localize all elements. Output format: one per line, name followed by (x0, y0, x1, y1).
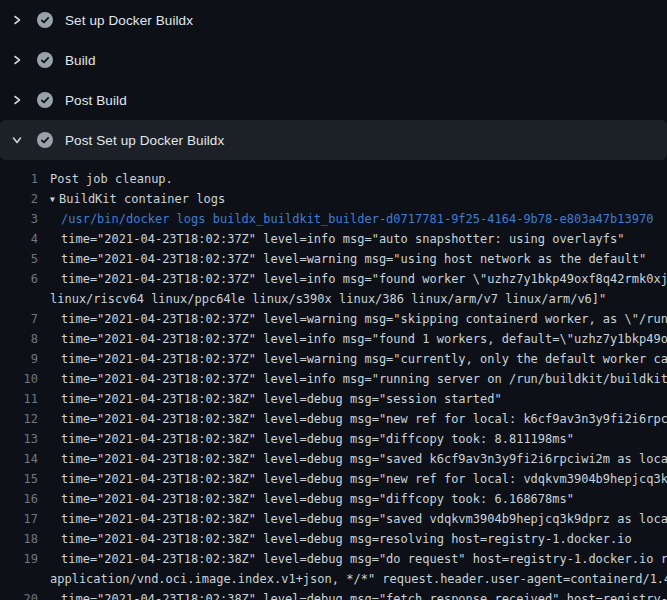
log-text: time="2021-04-23T18:02:37Z" level=info m… (38, 269, 667, 289)
log-text: time="2021-04-23T18:02:38Z" level=debug … (38, 509, 667, 529)
step-label: Set up Docker Buildx (65, 13, 193, 28)
log-line-row: 15time="2021-04-23T18:02:38Z" level=debu… (0, 469, 667, 489)
log-text: time="2021-04-23T18:02:38Z" level=debug … (38, 529, 632, 549)
log-line-row: 1Post job cleanup. (0, 169, 667, 189)
log-text: time="2021-04-23T18:02:38Z" level=debug … (38, 589, 667, 600)
log-line-row: application/vnd.oci.image.index.v1+json,… (0, 569, 667, 589)
log-text: time="2021-04-23T18:02:37Z" level=info m… (38, 329, 667, 349)
log-text: time="2021-04-23T18:02:37Z" level=warnin… (38, 349, 667, 369)
line-number[interactable]: 3 (0, 209, 38, 229)
log-line-row: 8time="2021-04-23T18:02:37Z" level=info … (0, 329, 667, 349)
line-number[interactable]: 14 (0, 449, 38, 469)
step-label: Post Set up Docker Buildx (65, 133, 224, 148)
log-line-row: 4time="2021-04-23T18:02:37Z" level=info … (0, 229, 667, 249)
line-number[interactable]: 13 (0, 429, 38, 449)
step-label: Build (65, 53, 96, 68)
check-circle-icon (37, 132, 53, 148)
log-text: time="2021-04-23T18:02:38Z" level=debug … (38, 489, 574, 509)
log-line-row: 13time="2021-04-23T18:02:38Z" level=debu… (0, 429, 667, 449)
line-number[interactable]: 19 (0, 549, 38, 569)
line-number[interactable]: 8 (0, 329, 38, 349)
log-text: time="2021-04-23T18:02:38Z" level=debug … (38, 449, 667, 469)
line-number[interactable]: 18 (0, 529, 38, 549)
log-line-row: 6time="2021-04-23T18:02:37Z" level=info … (0, 269, 667, 289)
log-line-row: 14time="2021-04-23T18:02:38Z" level=debu… (0, 449, 667, 469)
line-number[interactable]: 16 (0, 489, 38, 509)
line-number[interactable]: 2 (0, 189, 38, 209)
log-line-row: 18time="2021-04-23T18:02:38Z" level=debu… (0, 529, 667, 549)
line-number[interactable]: 11 (0, 389, 38, 409)
log-line-row: 5time="2021-04-23T18:02:37Z" level=warni… (0, 249, 667, 269)
log-line-row: 17time="2021-04-23T18:02:38Z" level=debu… (0, 509, 667, 529)
log-text: ▼BuildKit container logs (38, 189, 225, 209)
log-line-row: 11time="2021-04-23T18:02:38Z" level=debu… (0, 389, 667, 409)
chevron-right-icon[interactable] (11, 14, 23, 26)
log-line-row: 10time="2021-04-23T18:02:37Z" level=info… (0, 369, 667, 389)
log-viewer: 1Post job cleanup.2▼BuildKit container l… (0, 169, 667, 600)
check-circle-icon (37, 92, 53, 108)
line-number[interactable]: 4 (0, 229, 38, 249)
log-line-row: 20time="2021-04-23T18:02:38Z" level=debu… (0, 589, 667, 600)
log-text: time="2021-04-23T18:02:38Z" level=debug … (38, 549, 667, 569)
step-label: Post Build (65, 93, 127, 108)
log-line-row: 9time="2021-04-23T18:02:37Z" level=warni… (0, 349, 667, 369)
log-line-row: 16time="2021-04-23T18:02:38Z" level=debu… (0, 489, 667, 509)
log-text: time="2021-04-23T18:02:38Z" level=debug … (38, 469, 667, 489)
log-text: application/vnd.oci.image.index.v1+json,… (38, 569, 667, 589)
step-row[interactable]: Build (0, 40, 667, 80)
step-row[interactable]: Post Build (0, 80, 667, 120)
check-circle-icon (37, 52, 53, 68)
log-line-row: 7time="2021-04-23T18:02:37Z" level=warni… (0, 309, 667, 329)
log-text: time="2021-04-23T18:02:37Z" level=warnin… (38, 249, 646, 269)
chevron-down-icon[interactable] (11, 134, 23, 146)
line-number-empty (0, 569, 38, 589)
line-number[interactable]: 20 (0, 589, 38, 600)
step-row[interactable]: Post Set up Docker Buildx (0, 120, 667, 160)
line-number-empty (0, 289, 38, 309)
line-number[interactable]: 5 (0, 249, 38, 269)
log-text: time="2021-04-23T18:02:37Z" level=warnin… (38, 309, 667, 329)
log-text: time="2021-04-23T18:02:37Z" level=info m… (38, 369, 667, 389)
chevron-right-icon[interactable] (11, 94, 23, 106)
line-number[interactable]: 15 (0, 469, 38, 489)
line-number[interactable]: 17 (0, 509, 38, 529)
disclosure-triangle-icon[interactable]: ▼ (50, 190, 59, 209)
log-text: time="2021-04-23T18:02:38Z" level=debug … (38, 389, 502, 409)
log-text: time="2021-04-23T18:02:38Z" level=debug … (38, 429, 574, 449)
workflow-log-panel: Set up Docker BuildxBuildPost BuildPost … (0, 0, 667, 600)
log-command-text: /usr/bin/docker logs buildx_buildkit_bui… (38, 209, 653, 229)
log-text: time="2021-04-23T18:02:38Z" level=debug … (38, 409, 667, 429)
log-text: time="2021-04-23T18:02:37Z" level=info m… (38, 229, 625, 249)
line-number[interactable]: 9 (0, 349, 38, 369)
line-number[interactable]: 1 (0, 169, 38, 189)
line-number[interactable]: 10 (0, 369, 38, 389)
log-text: Post job cleanup. (38, 169, 173, 189)
line-number[interactable]: 7 (0, 309, 38, 329)
steps-list: Set up Docker BuildxBuildPost BuildPost … (0, 0, 667, 160)
line-number[interactable]: 6 (0, 269, 38, 289)
log-line-row: 2▼BuildKit container logs (0, 189, 667, 209)
step-row[interactable]: Set up Docker Buildx (0, 0, 667, 40)
log-line-row: linux/riscv64 linux/ppc64le linux/s390x … (0, 289, 667, 309)
chevron-right-icon[interactable] (11, 54, 23, 66)
log-line-row: 12time="2021-04-23T18:02:38Z" level=debu… (0, 409, 667, 429)
line-number[interactable]: 12 (0, 409, 38, 429)
log-line-row: 19time="2021-04-23T18:02:38Z" level=debu… (0, 549, 667, 569)
check-circle-icon (37, 12, 53, 28)
log-text: linux/riscv64 linux/ppc64le linux/s390x … (38, 289, 606, 309)
log-line-row: 3/usr/bin/docker logs buildx_buildkit_bu… (0, 209, 667, 229)
